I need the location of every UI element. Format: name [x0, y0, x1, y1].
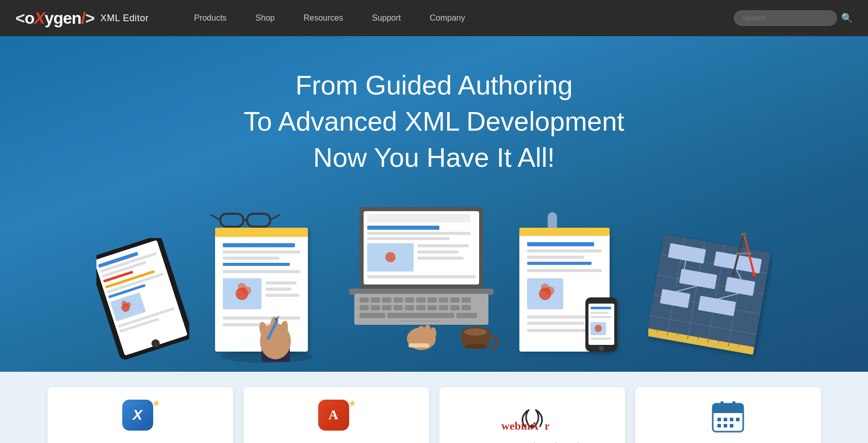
hero-illustration: [0, 202, 868, 367]
blueprint-svg: [648, 233, 772, 367]
svg-rect-96: [527, 256, 584, 259]
nav-item-resources[interactable]: Resources: [289, 0, 357, 36]
search-area: 🔍: [734, 10, 853, 26]
svg-rect-108: [591, 307, 611, 309]
svg-rect-22: [223, 263, 290, 266]
svg-rect-97: [527, 262, 592, 265]
svg-rect-109: [591, 312, 609, 314]
svg-rect-94: [527, 242, 594, 246]
svg-text:webinA: webinA: [501, 419, 538, 431]
svg-rect-163: [724, 424, 727, 428]
svg-rect-105: [527, 329, 594, 332]
svg-rect-156: [720, 401, 724, 408]
svg-rect-23: [223, 270, 300, 273]
svg-rect-33: [220, 214, 243, 227]
svg-rect-66: [439, 297, 448, 303]
svg-rect-155: [713, 410, 743, 413]
svg-rect-80: [387, 313, 454, 318]
svg-point-102: [546, 287, 554, 295]
svg-rect-49: [367, 232, 470, 235]
card-star-xml-editor: ★: [152, 398, 160, 409]
calendar-icon-wrap: [711, 400, 745, 435]
svg-rect-48: [367, 226, 439, 230]
svg-rect-28: [266, 281, 297, 284]
svg-rect-60: [371, 297, 380, 303]
svg-rect-77: [450, 305, 460, 310]
webinar-logo-svg: webinA r: [501, 400, 563, 431]
nav-item-shop[interactable]: Shop: [241, 0, 289, 36]
svg-rect-81: [456, 313, 477, 318]
svg-rect-18: [215, 228, 308, 237]
svg-point-89: [464, 344, 487, 349]
svg-rect-162: [717, 424, 721, 428]
svg-rect-29: [266, 288, 291, 291]
svg-rect-78: [462, 305, 471, 310]
doc-mobile-svg: [509, 212, 638, 367]
svg-rect-74: [416, 305, 425, 310]
card-star-web-author: ★: [348, 398, 356, 409]
document-mobile-illustration: [509, 212, 638, 367]
nav-item-company[interactable]: Company: [415, 0, 479, 36]
svg-point-114: [599, 346, 604, 351]
svg-point-112: [595, 325, 602, 332]
search-button[interactable]: 🔍: [841, 12, 853, 24]
svg-rect-157: [732, 401, 735, 408]
card-webinar[interactable]: webinA r Create JSON Schema in Design Mo…: [439, 387, 625, 443]
nav-item-support[interactable]: Support: [357, 0, 415, 36]
tablet-illustration: [96, 238, 189, 367]
svg-rect-98: [527, 269, 602, 272]
nav-item-products[interactable]: Products: [179, 0, 241, 36]
svg-rect-56: [367, 275, 476, 278]
card-xml-editor[interactable]: X ★ See what is new in Oxygen XML Editor…: [47, 387, 233, 443]
svg-line-36: [211, 215, 220, 220]
tablet-svg: [96, 238, 189, 367]
svg-text:r: r: [545, 419, 550, 431]
svg-rect-72: [394, 305, 403, 310]
svg-point-146: [741, 233, 747, 236]
svg-rect-68: [462, 297, 471, 303]
svg-rect-63: [405, 297, 414, 303]
svg-rect-59: [359, 297, 369, 303]
svg-point-90: [464, 328, 487, 336]
svg-rect-53: [417, 244, 469, 247]
card-icon-web-author-wrap: A ★: [318, 400, 354, 436]
svg-point-148: [752, 272, 756, 276]
svg-rect-62: [394, 297, 403, 303]
webinar-logo-wrap: webinA r: [501, 400, 563, 433]
svg-rect-65: [428, 297, 437, 303]
hero-section: From Guided Authoring To Advanced XML De…: [0, 36, 868, 372]
navbar: <oXygen/> XML Editor Products Shop Resou…: [0, 0, 868, 36]
svg-point-52: [385, 252, 396, 262]
svg-rect-54: [417, 250, 458, 254]
search-input[interactable]: [734, 10, 837, 26]
card-web-author[interactable]: A ★ See what is new in Oxygen Web Author…: [243, 387, 429, 443]
svg-rect-20: [223, 250, 300, 254]
document-glasses-illustration: [200, 202, 334, 367]
svg-rect-19: [223, 243, 295, 247]
calendar-svg: [711, 400, 745, 433]
svg-rect-50: [367, 237, 450, 240]
svg-rect-159: [724, 418, 727, 421]
svg-rect-31: [223, 317, 300, 320]
svg-line-37: [270, 215, 280, 220]
card-events[interactable]: See All Events ›: [635, 387, 821, 443]
product-name: XML Editor: [101, 13, 149, 24]
logo: <oXygen/>: [15, 9, 94, 28]
svg-rect-160: [730, 418, 733, 421]
svg-rect-76: [439, 305, 448, 310]
card-icon-xml-editor-wrap: X ★: [122, 400, 158, 436]
svg-rect-47: [367, 214, 470, 223]
laptop-illustration: [344, 202, 499, 367]
svg-rect-69: [359, 305, 369, 310]
hero-title: From Guided Authoring To Advanced XML De…: [243, 67, 624, 176]
svg-rect-164: [730, 424, 733, 428]
svg-rect-82: [401, 321, 442, 322]
card-icon-xml-editor: X: [122, 400, 153, 431]
brand[interactable]: <oXygen/> XML Editor: [15, 9, 149, 28]
svg-rect-87: [408, 343, 429, 347]
svg-rect-73: [405, 305, 414, 310]
card-icon-web-author: A: [318, 400, 349, 431]
svg-rect-113: [591, 338, 611, 340]
svg-rect-21: [223, 257, 280, 260]
svg-rect-93: [519, 228, 610, 236]
